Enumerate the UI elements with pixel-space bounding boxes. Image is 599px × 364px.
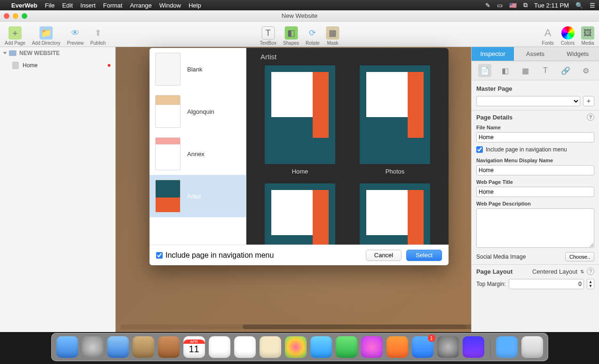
top-margin-input[interactable] (509, 279, 584, 289)
dock-safari[interactable] (107, 336, 129, 358)
tool-add-directory[interactable]: 📁Add Directory (32, 26, 61, 46)
screens-icon[interactable]: ⧉ (523, 1, 528, 9)
dock-launchpad[interactable] (82, 336, 103, 358)
select-button[interactable]: Select (406, 250, 442, 261)
titlebar: New Website (0, 10, 599, 22)
dock-ibooks[interactable] (386, 336, 408, 358)
dock-itunes[interactable] (361, 336, 383, 358)
dock-mediaapp[interactable] (463, 336, 484, 358)
preview-page-home[interactable]: Home (259, 65, 341, 175)
menu-format[interactable]: Format (103, 2, 122, 9)
sheet-include-nav-checkbox[interactable] (156, 252, 163, 259)
tool-add-page[interactable]: ＋Add Page (5, 26, 25, 46)
inspector-metrics-icon[interactable]: ◧ (498, 64, 512, 77)
tool-textbox[interactable]: TTextBox (260, 26, 277, 46)
menu-insert[interactable]: Insert (80, 2, 96, 9)
menu-window[interactable]: Window (159, 2, 181, 9)
web-title-input[interactable] (476, 187, 594, 197)
sidebar-page-home[interactable]: Home (0, 59, 115, 71)
tab-assets[interactable]: Assets (514, 47, 556, 61)
file-name-input[interactable] (476, 132, 594, 142)
template-annex[interactable]: Annex (150, 133, 246, 175)
template-blank[interactable]: Blank (150, 48, 246, 90)
web-desc-textarea[interactable] (476, 208, 594, 248)
canvas-horizontal-scrollbar[interactable] (120, 324, 466, 329)
dock-appstore[interactable]: 1 (412, 336, 433, 358)
modified-dot-icon (108, 64, 110, 67)
dock-reminders[interactable] (234, 336, 256, 358)
preview-page-contact[interactable]: Contact (354, 183, 436, 245)
menu-icon[interactable]: ☰ (590, 2, 595, 9)
tool-shapes[interactable]: ◧Shapes (283, 26, 299, 46)
menu-file[interactable]: File (45, 2, 55, 9)
disclosure-icon[interactable] (3, 52, 7, 55)
help-icon[interactable]: ? (587, 268, 594, 275)
dock-mail[interactable] (133, 336, 154, 358)
page-layout-heading: Page Layout Centered Layout ⇅ ? (476, 268, 594, 275)
minimize-window-button[interactable] (13, 13, 18, 19)
dock-photos[interactable] (285, 336, 307, 358)
dock-calendar[interactable]: APR 11 (183, 336, 205, 358)
preview-title: Artist (260, 53, 436, 61)
project-name: NEW WEBSITE (19, 50, 60, 56)
inspector-page-icon[interactable]: 📄 (478, 64, 491, 77)
template-list[interactable]: Blank Algonquin Annex Artist (150, 48, 246, 245)
page-icon (12, 62, 19, 69)
app-name[interactable]: EverWeb (11, 2, 37, 9)
dock-contacts[interactable] (158, 336, 180, 358)
add-master-button[interactable]: ＋ (583, 96, 594, 106)
dock-facetime[interactable] (336, 336, 357, 358)
tab-widgets[interactable]: Widgets (557, 47, 599, 61)
close-window-button[interactable] (4, 13, 9, 19)
social-choose-button[interactable]: Choose.. (565, 252, 594, 261)
toolbar: ＋Add Page 📁Add Directory 👁Preview ⬆Publi… (0, 22, 599, 47)
nav-display-input[interactable] (476, 165, 594, 175)
status-icon[interactable]: ✎ (485, 2, 490, 9)
tool-media[interactable]: 🖼Media (581, 26, 594, 46)
inspector-link-icon[interactable]: 🔗 (559, 64, 572, 77)
tool-rotate[interactable]: ⟳Rotate (306, 26, 319, 46)
flag-icon[interactable]: 🇺🇸 (509, 2, 517, 9)
display-icon[interactable]: ▭ (497, 2, 503, 9)
tool-fonts[interactable]: AFonts (541, 26, 554, 46)
inspector-settings-icon[interactable]: ⚙ (579, 64, 592, 77)
tool-preview[interactable]: 👁Preview (67, 26, 84, 46)
inspector-layout-icon[interactable]: ▦ (519, 64, 532, 77)
tool-mask[interactable]: ▦Mask (326, 26, 339, 46)
dock-messages[interactable] (310, 336, 332, 358)
master-page-select[interactable] (476, 96, 580, 106)
chevron-updown-icon[interactable]: ⇅ (580, 269, 584, 274)
mac-menubar: EverWeb File Edit Insert Format Arrange … (0, 0, 599, 10)
dock-settings[interactable] (437, 336, 459, 358)
menu-help[interactable]: Help (189, 2, 201, 9)
template-artist[interactable]: Artist (150, 175, 246, 217)
dock-finder[interactable] (56, 336, 78, 358)
page-details-heading: Page Details? (476, 113, 594, 121)
dock-trash[interactable] (521, 336, 543, 358)
clock[interactable]: Tue 2:11 PM (534, 2, 569, 9)
dock-downloads[interactable] (496, 336, 518, 358)
help-icon[interactable]: ? (587, 113, 594, 121)
web-title-label: Web Page Title (476, 179, 594, 185)
top-margin-stepper[interactable]: ▲▼ (587, 279, 594, 289)
template-algonquin[interactable]: Algonquin (150, 90, 246, 133)
tool-publish[interactable]: ⬆Publish (90, 26, 106, 46)
tool-colors[interactable]: Colors (561, 26, 575, 46)
menu-edit[interactable]: Edit (62, 2, 72, 9)
dock-maps[interactable] (260, 336, 281, 358)
inspector-text-icon[interactable]: T (539, 64, 552, 77)
include-nav-checkbox[interactable] (476, 146, 483, 153)
include-nav-label: Include page in navigation menu (486, 146, 567, 153)
social-label: Social Media Image (476, 253, 526, 260)
preview-page-videos[interactable]: Videos (259, 183, 341, 245)
spotlight-icon[interactable]: 🔍 (575, 2, 583, 9)
preview-page-photos[interactable]: Photos (354, 65, 436, 175)
page-layout-value[interactable]: Centered Layout (532, 268, 577, 275)
cancel-button[interactable]: Cancel (366, 250, 402, 261)
dock-notes[interactable] (209, 336, 230, 358)
tab-inspector[interactable]: Inspector (472, 47, 514, 61)
menu-arrange[interactable]: Arrange (130, 2, 151, 9)
zoom-window-button[interactable] (22, 13, 27, 19)
project-header[interactable]: NEW WEBSITE (0, 47, 115, 59)
badge-icon: 1 (428, 334, 435, 342)
